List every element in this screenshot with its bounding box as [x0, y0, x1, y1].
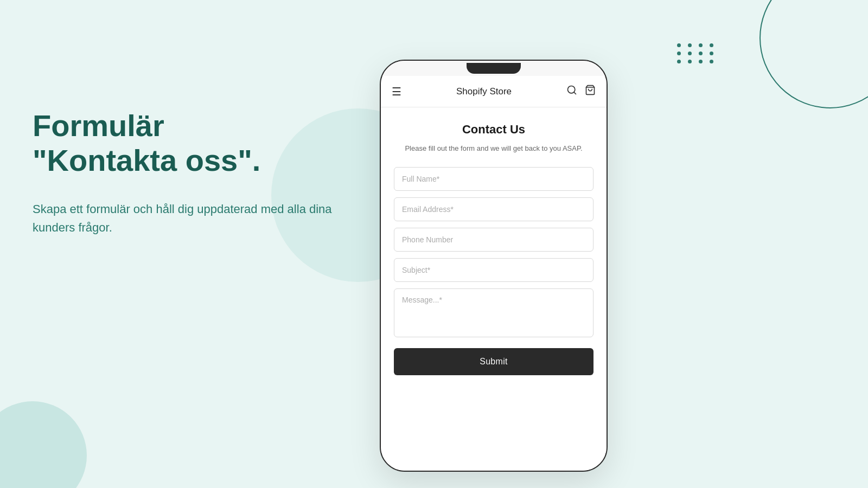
sub-text: Skapa ett formulär och håll dig uppdater…	[33, 200, 347, 237]
phone-input[interactable]	[394, 228, 593, 252]
full-name-input[interactable]	[394, 167, 593, 191]
deco-circle-top-right	[760, 0, 868, 108]
phone-frame: ☰ Shopify Store Contact Us Please fill o…	[380, 60, 608, 472]
phone-notch	[467, 63, 521, 74]
deco-circle-bottom-left	[0, 401, 87, 488]
phone-top-bar	[381, 61, 607, 76]
contact-subtitle: Please fill out the form and we will get…	[394, 143, 593, 154]
subject-input[interactable]	[394, 258, 593, 282]
search-icon[interactable]	[566, 85, 577, 98]
email-input[interactable]	[394, 197, 593, 221]
phone-wrapper: ☰ Shopify Store Contact Us Please fill o…	[380, 60, 608, 472]
phone-nav: ☰ Shopify Store	[381, 76, 607, 107]
message-textarea[interactable]	[394, 288, 593, 337]
cart-icon[interactable]	[585, 85, 596, 98]
main-heading: Formulär "Kontakta oss".	[33, 108, 347, 178]
submit-button[interactable]: Submit	[394, 348, 593, 375]
left-content: Formulär "Kontakta oss". Skapa ett formu…	[33, 108, 347, 237]
svg-line-1	[574, 92, 576, 94]
phone-content: Contact Us Please fill out the form and …	[381, 107, 607, 471]
contact-title: Contact Us	[394, 123, 593, 137]
deco-dots	[677, 43, 716, 63]
menu-icon[interactable]: ☰	[392, 85, 401, 98]
nav-title: Shopify Store	[456, 86, 512, 97]
nav-icons	[566, 85, 596, 98]
